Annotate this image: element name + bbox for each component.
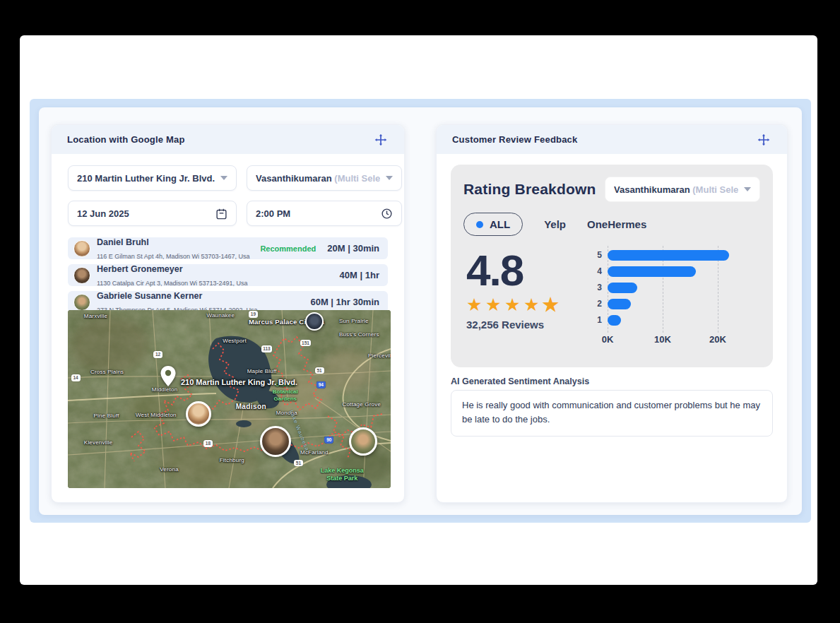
route-shield: 19 [249,311,258,318]
bar-1-star [608,315,621,326]
recommended-badge: Recommended [260,244,316,253]
map-label: Verona [160,466,179,473]
list-item[interactable]: Herbert Gronemeyer 1130 Catalpa Cir Apt … [68,264,388,286]
location-card-title: Location with Google Map [67,134,185,145]
map-pin-label: 210 Martin Luther King Jr. Blvd. [181,378,297,386]
list-item[interactable]: Daniel Bruhl 116 E Gilman St Apt 4h, Mad… [68,237,388,259]
map-label: Waunakee [207,312,235,319]
distance-eta: 40M | 1hr [340,270,379,280]
chevron-down-icon [220,176,227,180]
staff-select-value: Vasanthikumaran [614,184,690,195]
rating-score: 4.8 [466,249,581,292]
overall-rating: 4.8 ★ ★ ★ ★ ★★ 32,256 Reviews [463,249,581,347]
address-select[interactable]: 210 Martin Luther King Jr. Blvd. [68,165,237,191]
tab-yelp[interactable]: Yelp [544,218,566,230]
move-icon [374,133,388,147]
axis-tick: 0K [602,334,614,345]
map-poi-avatar[interactable] [305,312,324,331]
staff-select[interactable]: Vasanthikumaran (Multi Sele [247,165,402,191]
move-icon [757,133,771,147]
route-shield: 18 [203,440,213,447]
map-label: Pine Bluff [94,413,119,419]
map-label: Westport [223,338,246,344]
star-icon: ★ [485,295,504,314]
star-icon: ★ [504,295,523,314]
map-label: Maple Bluff [247,368,277,374]
bar-label: 5 [591,250,602,261]
map-avatar-daniel[interactable] [186,401,211,427]
route-shield: 51 [294,460,303,467]
avatar [73,240,90,257]
interstate-shield: 90 [324,437,333,444]
map-label: Marxville [84,313,107,319]
reviews-count: 32,256 Reviews [466,319,581,331]
map-label: Fitchburg [220,457,244,463]
chevron-down-icon [744,187,751,191]
tab-label: ALL [490,218,510,230]
map-label: Madison [236,403,266,410]
bar-label: 1 [591,315,602,326]
map-label: Sun Prairie [339,318,369,324]
bar-4-star [608,266,696,277]
time-picker[interactable]: 2:00 PM [247,201,402,226]
map-label: Buss's Corners [339,331,379,338]
time-value: 2:00 PM [256,208,290,219]
date-value: 12 Jun 2025 [77,208,129,219]
staff-select-placeholder: (Multi Sele [334,173,380,184]
clock-icon [381,208,393,220]
staff-select[interactable]: Vasanthikumaran (Multi Sele [605,177,760,202]
rating-breakdown-title: Rating Breakdown [463,181,596,198]
star-half-icon: ★★ [543,295,562,314]
person-address: 1130 Catalpa Cir Apt 3, Madison Wi 53713… [97,280,247,287]
date-picker[interactable]: 12 Jun 2025 [68,201,237,226]
tab-onehermes[interactable]: OneHermes [587,218,646,230]
location-pin-icon [160,365,177,388]
review-card-header: Customer Review Feedback [437,125,787,154]
star-rating: ★ ★ ★ ★ ★★ [466,295,581,314]
person-name: Gabriele Susanne Kerner [97,291,202,301]
route-shield: 51 [315,367,324,374]
map-label: Cross Plains [90,369,124,375]
map-label: West Middleton [136,412,177,418]
drag-handle-button[interactable] [373,132,389,148]
axis-tick: 20K [709,334,726,345]
google-map[interactable]: Marxville Waunakee Sun Prairie Buss's Co… [68,310,391,488]
source-tabs: ALL Yelp OneHermes [463,213,760,236]
technician-list: Daniel Bruhl 116 E Gilman St Apt 4h, Mad… [52,226,404,313]
address-select-value: 210 Martin Luther King Jr. Blvd. [77,173,215,184]
location-map-card: Location with Google Map 210 Martin Luth… [51,124,405,503]
axis-tick: 10K [654,334,671,345]
star-icon: ★ [466,295,485,314]
map-park-label: Lake Kegonsa State Park [313,467,371,483]
map-label: Pierceville [368,352,391,359]
staff-select-value: Vasanthikumaran [256,173,332,184]
map-avatar-herbert[interactable] [260,426,291,457]
location-controls: 210 Martin Luther King Jr. Blvd. Vasanth… [52,154,404,226]
x-axis: 0K 10K 20K [608,334,771,347]
distance-eta: 20M | 30min [327,243,379,254]
sentiment-analysis-text: He is really good with communication and… [451,390,773,437]
tab-all[interactable]: ALL [463,213,523,236]
star-icon: ★ [523,295,543,314]
chevron-down-icon [386,176,393,180]
sentiment-analysis-label: AI Generated Sentiment Analysis [451,376,589,386]
route-shield: 12 [153,351,162,358]
review-feedback-card: Customer Review Feedback Rating Breakdow… [436,124,788,503]
route-shield: 14 [71,374,81,381]
rating-breakdown-panel: Rating Breakdown Vasanthikumaran (Multi … [451,165,773,367]
bar-label: 2 [591,299,602,309]
distance-eta: 60M | 1hr 30min [310,297,379,307]
staff-select-placeholder: (Multi Sele [692,184,738,195]
bar-3-star [608,283,637,293]
avatar [73,267,90,284]
interstate-shield: 94 [317,381,326,388]
bar-2-star [608,299,631,309]
avatar [73,294,90,311]
person-address: 116 E Gilman St Apt 4h, Madison Wi 53703… [97,253,249,260]
drag-handle-button[interactable] [756,132,771,148]
rating-bar-chart: 5 4 3 2 1 0K 10K 20K [591,249,771,347]
calendar-icon [215,208,227,220]
map-avatar-gabriele[interactable] [349,427,377,456]
review-card-title: Customer Review Feedback [452,134,577,145]
person-name: Daniel Bruhl [97,237,149,247]
